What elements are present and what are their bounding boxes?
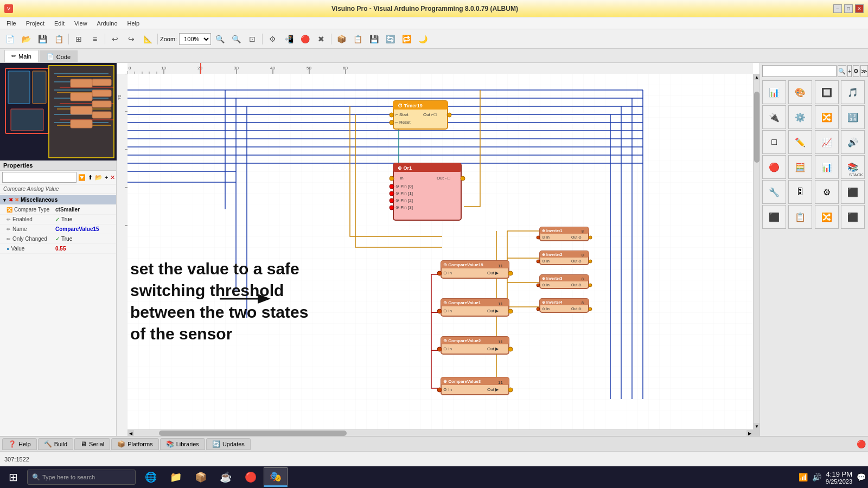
taskbar-search[interactable]: 🔍 Type here to search [27, 470, 136, 485]
library-more-button[interactable]: ≫ [860, 65, 868, 77]
open-button[interactable]: 📂 [18, 31, 34, 47]
notification-icon[interactable]: 💬 [857, 473, 866, 481]
props-close-button[interactable]: ✕ [110, 172, 116, 183]
comp-btn-7[interactable]: 🔀 [815, 105, 839, 129]
props-expand-button[interactable]: + [104, 172, 108, 183]
menu-arduino[interactable]: Arduino [93, 19, 122, 28]
comp-btn-1[interactable]: 📊 [762, 80, 786, 104]
timer19-component[interactable]: ⏱ Timer19 ⌐ Start Out ⌐□ ⌐ Reset [390, 101, 451, 129]
tb-extra3[interactable]: 📋 [350, 31, 365, 47]
comp-btn-10[interactable]: ✏️ [788, 130, 812, 154]
save-button[interactable]: 💾 [35, 31, 50, 47]
tb-extra4[interactable]: 💾 [366, 31, 381, 47]
comp-btn-3[interactable]: 🔲 [815, 80, 839, 104]
comp-btn-14[interactable]: 🧮 [788, 155, 812, 179]
props-group-button[interactable]: 📂 [94, 172, 103, 183]
view-grid-button[interactable]: ⊞ [71, 31, 86, 47]
comp-btn-15[interactable]: 📊 [815, 155, 839, 179]
canvas-area[interactable]: 0 10 20 30 40 50 60 [117, 63, 760, 436]
view-list-button[interactable]: ≡ [87, 31, 103, 47]
comparevalue2-component[interactable]: ⊕ CompareValue2 ⊙ In Out ▶ 11 [437, 337, 513, 354]
taskbar-clock[interactable]: 4:19 PM 9/25/2023 [826, 470, 852, 485]
props-filter-button[interactable]: 🔽 [78, 172, 86, 183]
inverter2-component[interactable]: ⊕ Inverter2 ⊙ In Out ⊙ 8 [537, 251, 592, 265]
taskbar-app-chrome[interactable]: 🔴 [239, 467, 263, 487]
taskbar-app-visuino[interactable]: 🎭 [264, 467, 288, 487]
menu-project[interactable]: Project [22, 19, 49, 28]
vertical-scroll-thumb[interactable] [754, 92, 760, 163]
comp-btn-9[interactable]: □ [762, 130, 786, 154]
horizontal-scrollbar[interactable]: ◀ ▶ [127, 429, 753, 436]
tb-extra1[interactable]: 📐 [140, 31, 155, 47]
close-button[interactable]: ✕ [855, 4, 864, 13]
comp-btn-4[interactable]: 🎵 [841, 80, 865, 104]
comparevalue1-component[interactable]: ⊕ CompareValue1 ⊙ In Out ▶ 11 [437, 299, 513, 316]
scroll-up-button[interactable]: ▲ [754, 74, 760, 80]
comp-btn-20[interactable]: ⬛ [841, 180, 865, 204]
tb-arduino1[interactable]: ⚙ [265, 31, 280, 47]
tb-extra5[interactable]: 🔄 [382, 31, 398, 47]
menu-edit[interactable]: Edit [50, 19, 69, 28]
bottom-tab-platforms[interactable]: 📦 Platforms [111, 438, 158, 450]
comp-btn-12[interactable]: 🔊 [841, 130, 865, 154]
zoom-in-button[interactable]: 🔍 [212, 31, 227, 47]
comp-btn-5[interactable]: 🔌 [762, 105, 786, 129]
library-search-input[interactable] [762, 65, 837, 77]
library-config-button[interactable]: ⚙ [853, 65, 859, 77]
properties-search-input[interactable] [2, 172, 76, 183]
taskbar-app-explorer[interactable]: 📁 [164, 467, 188, 487]
comp-btn-11[interactable]: 📈 [815, 130, 839, 154]
taskbar-app-java[interactable]: ☕ [214, 467, 238, 487]
bottom-tab-libraries[interactable]: 📚 Libraries [160, 438, 205, 450]
bottom-tab-help[interactable]: ❓ Help [2, 438, 37, 450]
new-button[interactable]: 📄 [2, 31, 17, 47]
tb-arduino4[interactable]: ✖ [314, 31, 329, 47]
inverter3-component[interactable]: ⊕ Inverter3 ⊙ In Out ⊙ 8 [537, 275, 592, 288]
props-section-header[interactable]: ▼ ✖ ✖ Miscellaneous [0, 195, 116, 205]
comp-btn-23[interactable]: 🔀 [815, 205, 839, 229]
library-search-button[interactable]: 🔍 [838, 65, 846, 77]
tb-extra2[interactable]: 📦 [334, 31, 349, 47]
minimap[interactable] [0, 63, 117, 160]
tab-main[interactable]: ✏ Main [4, 50, 39, 62]
or1-component[interactable]: ⊕ Or1 In Out ⌐□ ⊙ Pin [0] ⊙ Pin [1] ⊙ Pi… [390, 163, 465, 220]
bottom-tab-build[interactable]: 🔨 Build [38, 438, 73, 450]
comp-btn-22[interactable]: 📋 [788, 205, 812, 229]
horizontal-scroll-thumb[interactable] [159, 431, 347, 436]
comp-btn-24[interactable]: ⬛ [841, 205, 865, 229]
comp-btn-8[interactable]: 🔢 [841, 105, 865, 129]
menu-view[interactable]: View [70, 19, 92, 28]
comparevalue15-component[interactable]: ⊕ CompareValue15 ⊙ In Out ▶ 11 [437, 261, 513, 278]
comp-btn-19[interactable]: ⚙ [815, 180, 839, 204]
taskbar-app-store[interactable]: 📦 [189, 467, 213, 487]
tab-code[interactable]: 📄 Code [40, 50, 78, 62]
zoom-fit-button[interactable]: ⊡ [245, 31, 260, 47]
zoom-out-button[interactable]: 🔍 [228, 31, 244, 47]
comp-btn-6[interactable]: ⚙️ [788, 105, 812, 129]
comp-btn-21[interactable]: ⬛ [762, 205, 786, 229]
tb-extra6[interactable]: 🔁 [399, 31, 414, 47]
start-button[interactable]: ⊞ [2, 467, 24, 487]
comp-btn-16[interactable]: STACK📚 [841, 155, 865, 179]
comp-btn-2[interactable]: 🎨 [788, 80, 812, 104]
save-as-button[interactable]: 📋 [51, 31, 66, 47]
bottom-tab-serial[interactable]: 🖥 Serial [74, 438, 110, 450]
zoom-select[interactable]: 50%75%100%150%200% [179, 33, 211, 45]
undo-button[interactable]: ↩ [107, 31, 123, 47]
tb-extra7[interactable]: 🌙 [415, 31, 430, 47]
redo-button[interactable]: ↪ [124, 31, 139, 47]
comparevalue3-component[interactable]: ⊕ CompareValue3 ⊙ In Out ▶ 11 [437, 377, 513, 395]
tb-arduino3[interactable]: 🔴 [297, 31, 312, 47]
comp-btn-17[interactable]: 🔧 [762, 180, 786, 204]
maximize-button[interactable]: □ [844, 4, 853, 13]
scroll-right-button[interactable]: ▶ [746, 430, 753, 436]
scroll-left-button[interactable]: ◀ [127, 430, 134, 436]
menu-file[interactable]: File [2, 19, 21, 28]
minimize-button[interactable]: – [833, 4, 842, 13]
comp-btn-18[interactable]: 🎛 [788, 180, 812, 204]
bottom-tab-updates[interactable]: 🔄 Updates [206, 438, 251, 450]
props-sort-button[interactable]: ⬆ [87, 172, 93, 183]
tb-arduino2[interactable]: 📲 [281, 31, 296, 47]
taskbar-app-ie[interactable]: 🌐 [139, 467, 163, 487]
diagram-svg[interactable]: ⏱ Timer19 ⌐ Start Out ⌐□ ⌐ Reset ⊕ Or1 I… [127, 74, 753, 429]
